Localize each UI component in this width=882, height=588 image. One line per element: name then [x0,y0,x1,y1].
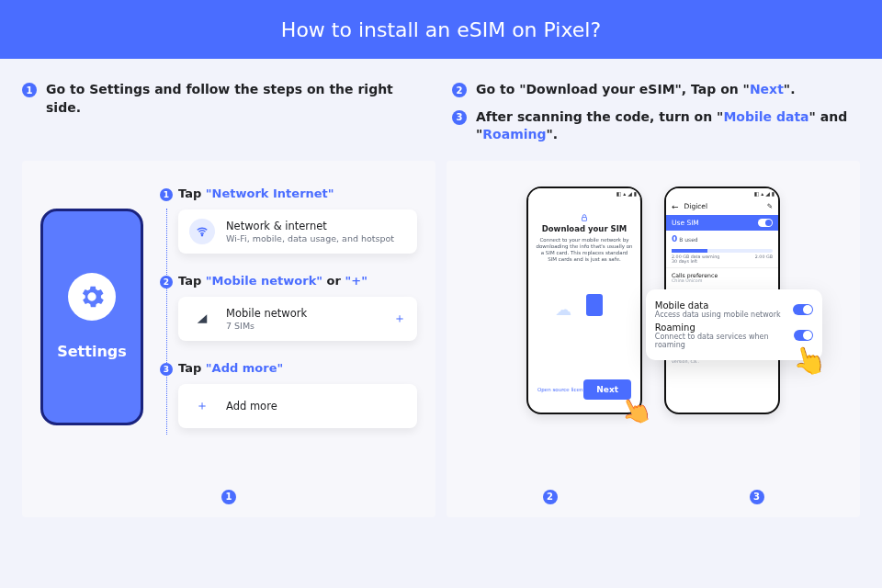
link-mobile-data: Mobile data [723,109,808,124]
phone-download-sim: ◧ ▴ ◢ ▮ Download your SIM Connect to you… [526,187,642,414]
panel-1: Settings 1 Tap "Network Internet" [22,161,435,517]
roaming-toggle[interactable] [794,330,813,341]
back-icon[interactable]: ← [672,202,679,211]
link-next: Next [750,82,784,96]
card-add-more[interactable]: ＋ Add more [178,384,417,428]
setting-calls-pref[interactable]: Calls preferenceChina Unicom [666,267,778,287]
edit-icon[interactable]: ✎ [767,202,773,210]
mini-bullet-1: 1 [160,188,173,201]
status-bar-icons: ◧ ▴ ◢ ▮ [666,188,778,198]
mobile-data-toggle[interactable] [793,304,813,315]
substep-3-label: Tap "Add more" [178,361,417,375]
download-title: Download your SIM [536,224,633,233]
use-sim-row[interactable]: Use SIM [666,215,778,231]
hero-title: How to install an eSIM on Pixel? [281,18,601,41]
substep-1-label: Tap "Network Internet" [178,187,417,200]
next-button[interactable]: Next [583,379,631,400]
substep-2: 2 Tap "Mobile network" or "+" Mobile net… [160,274,417,341]
step-2: 2 Go to "Download your eSIM", Tap on "Ne… [452,81,860,99]
sim-chip-icon [586,294,603,316]
mini-bullet-3: 3 [160,363,173,376]
mini-bullet-2: 2 [160,276,173,288]
mobile-data-sub: Access data using mobile network [655,311,781,319]
phone-download-sim-wrap: ◧ ▴ ◢ ▮ Download your SIM Connect to you… [526,187,642,414]
status-bar-icons: ◧ ▴ ◢ ▮ [528,188,640,198]
bullet-3: 3 [452,110,467,125]
substeps: 1 Tap "Network Internet" Network & inter… [160,187,417,499]
substep-2-label: Tap "Mobile network" or "+" [178,274,417,288]
step-3: 3 After scanning the code, turn on "Mobi… [452,108,860,144]
usage-value: 0 B used [666,231,778,247]
mobile-data-label: Mobile data [655,300,781,311]
step-2-text: Go to "Download your eSIM", Tap on "Next… [476,81,795,99]
phone-settings-label: Settings [57,343,127,360]
svg-point-0 [201,234,202,235]
link-roaming: Roaming [482,127,546,141]
carrier-name: Digicel [684,202,708,210]
data-cap: 2.00 GB [755,254,773,259]
app-bar: ← Digicel ✎ [666,198,778,215]
phone-settings-mock: Settings [40,209,143,425]
panel-2: ◧ ▴ ◢ ▮ Download your SIM Connect to you… [447,161,860,517]
panels-row: Settings 1 Tap "Network Internet" [0,161,882,539]
plus-icon: ＋ [189,393,215,419]
days-left: 30 days left [666,259,778,267]
wifi-icon [189,219,215,244]
use-sim-toggle[interactable] [758,219,773,227]
row-title: Add more [226,400,277,413]
panel-foot-bullet-2: 2 [543,490,558,504]
cloud-icon: ☁ [555,300,571,319]
substep-3: 3 Tap "Add more" ＋ Add more [160,361,417,428]
row-title: Mobile network [226,307,307,320]
step-1-text: Go to Settings and follow the steps on t… [46,81,430,117]
bullet-2: 2 [452,83,467,97]
card-mobile-network[interactable]: Mobile network 7 SIMs ＋ [178,297,417,341]
bullet-1: 1 [22,83,37,97]
download-desc: Connect to your mobile network by downlo… [536,237,633,264]
panel-foot-bullet-3: 3 [750,490,764,504]
sim-illustration: ☁ [555,294,614,327]
step-1: 1 Go to Settings and follow the steps on… [22,81,430,117]
gear-icon [68,273,116,321]
hero-banner: How to install an eSIM on Pixel? [0,0,882,59]
lock-icon [580,209,589,220]
plus-icon[interactable]: ＋ [393,311,406,327]
float-toggle-card: Mobile data Access data using mobile net… [646,289,822,360]
signal-icon [189,306,215,332]
row-sub: Wi-Fi, mobile, data usage, and hotspot [226,233,394,243]
roaming-sub: Connect to data services when roaming [655,333,794,349]
row-title: Network & internet [226,220,394,232]
use-sim-label: Use SIM [672,219,699,227]
step-3-text: After scanning the code, turn on "Mobile… [476,108,860,144]
panel-foot-bullet-1: 1 [221,490,236,504]
roaming-label: Roaming [655,322,794,333]
steps-summary: 1 Go to Settings and follow the steps on… [0,59,882,161]
card-network-internet[interactable]: Network & internet Wi-Fi, mobile, data u… [178,209,417,254]
data-usage-bar [672,249,773,253]
substep-1: 1 Tap "Network Internet" Network & inter… [160,187,417,254]
row-sub: 7 SIMs [226,321,307,331]
svg-rect-1 [582,217,587,220]
